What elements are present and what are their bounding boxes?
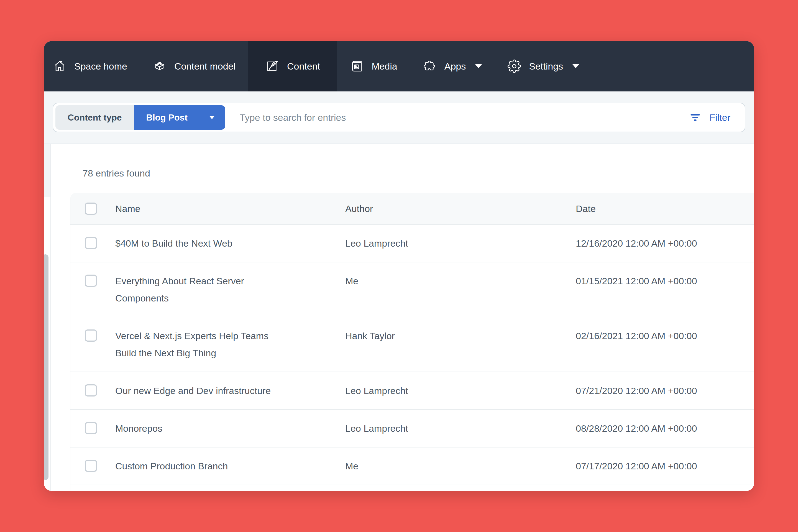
row-checkbox-cell	[70, 457, 115, 472]
table-row[interactable]: Our new Edge and Dev infrastructure Leo …	[70, 372, 754, 409]
cell-author: Leo Lamprecht	[345, 235, 576, 252]
home-icon	[53, 59, 66, 73]
cell-date: 08/28/2020 12:00 AM +00:00	[576, 420, 754, 437]
search-bar: Content type Blog Post Filter	[53, 103, 745, 132]
cell-name: Monorepos	[115, 420, 163, 437]
brick-icon	[153, 59, 167, 73]
gear-icon	[507, 59, 521, 73]
filter-button[interactable]: Filter	[677, 111, 743, 124]
puzzle-icon	[423, 59, 437, 73]
content-type-value: Blog Post	[146, 113, 188, 123]
nav-item-settings[interactable]: Settings	[495, 41, 592, 92]
cell-author: Leo Lamprecht	[345, 420, 576, 437]
row-checkbox-cell	[70, 327, 115, 342]
nav-item-media[interactable]: Media	[337, 41, 410, 92]
nav-item-apps[interactable]: Apps	[410, 41, 495, 92]
table-row[interactable]: Vercel & Next.js Experts Help Teams Buil…	[70, 317, 754, 372]
column-header-date[interactable]: Date	[576, 203, 754, 214]
row-checkbox-cell	[70, 420, 115, 434]
cell-name: Our new Edge and Dev infrastructure	[115, 382, 271, 399]
nav-item-space-home[interactable]: Space home	[44, 41, 140, 92]
chevron-down-icon	[209, 116, 215, 119]
cell-name: Everything About React Server Components	[115, 272, 287, 307]
nav-item-label: Media	[372, 61, 397, 72]
cell-author: Me	[345, 457, 576, 475]
row-checkbox[interactable]	[85, 329, 97, 342]
row-checkbox[interactable]	[85, 422, 97, 434]
content-type-selector: Content type Blog Post	[55, 105, 225, 130]
stacked-sheet-gutter	[44, 144, 51, 197]
row-checkbox-cell	[70, 235, 115, 249]
table-header-row: Name Author Date	[70, 193, 754, 224]
select-all-checkbox[interactable]	[85, 203, 97, 215]
content-type-label: Content type	[55, 105, 134, 130]
filter-label: Filter	[709, 112, 730, 123]
row-checkbox[interactable]	[85, 384, 97, 397]
nav-item-content-model[interactable]: Content model	[140, 41, 248, 92]
column-header-author[interactable]: Author	[345, 203, 576, 214]
cell-name: $40M to Build the Next Web	[115, 235, 232, 252]
app-window: Space home Content model	[44, 41, 754, 491]
search-input[interactable]	[225, 112, 677, 123]
cell-date: 07/21/2020 12:00 AM +00:00	[576, 382, 754, 399]
cell-author: Leo Lamprecht	[345, 382, 576, 399]
cell-name: Vercel & Next.js Experts Help Teams Buil…	[115, 327, 287, 362]
cell-author: Hank Taylor	[345, 327, 576, 344]
cell-date: 12/16/2020 12:00 AM +00:00	[576, 235, 754, 252]
row-checkbox[interactable]	[85, 460, 97, 472]
cell-date: 07/17/2020 12:00 AM +00:00	[576, 457, 754, 475]
nav-item-label: Content	[287, 61, 320, 72]
nav-item-content[interactable]: Content	[248, 41, 337, 92]
nav-item-label: Space home	[74, 61, 127, 72]
row-checkbox[interactable]	[85, 237, 97, 249]
chevron-down-icon	[475, 64, 482, 68]
nav-item-label: Settings	[529, 61, 563, 72]
media-icon	[350, 59, 364, 73]
filter-section: Content type Blog Post Filter	[44, 92, 754, 144]
entries-count: 78 entries found	[82, 168, 754, 179]
content-area: 78 entries found Name Author Date $40M t…	[44, 144, 754, 491]
row-checkbox-cell	[70, 382, 115, 397]
top-navigation: Space home Content model	[44, 41, 754, 92]
filter-icon	[689, 111, 702, 124]
row-checkbox[interactable]	[85, 274, 97, 287]
entries-table-rows: $40M to Build the Next Web Leo Lamprecht…	[70, 224, 754, 484]
cell-name: Custom Production Branch	[115, 457, 228, 475]
stacked-sheet-divider	[51, 144, 51, 491]
table-row[interactable]: Everything About React Server Components…	[70, 262, 754, 317]
quill-icon	[265, 59, 279, 73]
entries-table: Name Author Date $40M to Build the Next …	[70, 193, 754, 491]
table-row[interactable]: Monorepos Leo Lamprecht 08/28/2020 12:00…	[70, 409, 754, 447]
row-checkbox-cell	[70, 272, 115, 287]
content-type-dropdown[interactable]: Blog Post	[134, 105, 225, 130]
stacked-sheet-edge	[44, 254, 49, 480]
cell-author: Me	[345, 272, 576, 289]
table-row[interactable]: Custom Production Branch Me 07/17/2020 1…	[70, 447, 754, 484]
nav-item-label: Content model	[174, 61, 235, 72]
column-header-name[interactable]: Name	[115, 203, 345, 214]
nav-item-label: Apps	[444, 61, 466, 72]
select-all-cell	[70, 203, 115, 215]
cell-date: 02/16/2021 12:00 AM +00:00	[576, 327, 754, 344]
chevron-down-icon	[572, 64, 579, 68]
partial-next-row	[70, 484, 754, 491]
table-row[interactable]: $40M to Build the Next Web Leo Lamprecht…	[70, 224, 754, 262]
cell-date: 01/15/2021 12:00 AM +00:00	[576, 272, 754, 289]
